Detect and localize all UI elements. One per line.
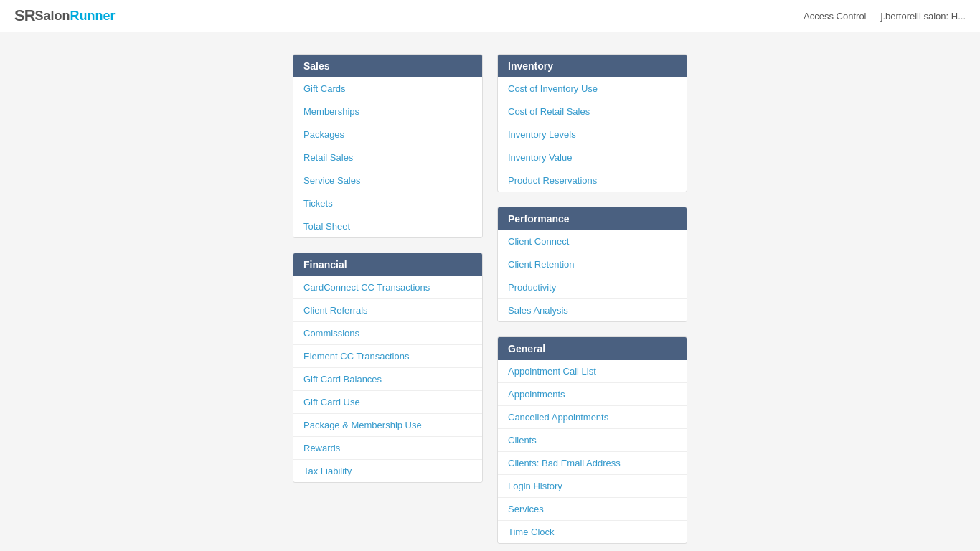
sales-body: Gift Cards Memberships Packages Retail S… — [293, 77, 482, 237]
access-control-link[interactable]: Access Control — [804, 11, 866, 22]
logo-runner-text: Runner — [70, 9, 116, 24]
financial-cardconnect[interactable]: CardConnect CC Transactions — [293, 276, 482, 299]
general-time-clock[interactable]: Time Clock — [498, 521, 687, 543]
financial-client-referrals[interactable]: Client Referrals — [293, 299, 482, 322]
sales-retail-sales[interactable]: Retail Sales — [293, 146, 482, 169]
sales-tickets[interactable]: Tickets — [293, 192, 482, 215]
inventory-body: Cost of Inventory Use Cost of Retail Sal… — [498, 77, 687, 192]
financial-tax-liability[interactable]: Tax Liability — [293, 460, 482, 482]
sales-gift-cards[interactable]: Gift Cards — [293, 77, 482, 100]
logo: SR Salon Runner — [14, 6, 116, 25]
performance-client-connect[interactable]: Client Connect — [498, 230, 687, 253]
inventory-cost-of-inventory[interactable]: Cost of Inventory Use — [498, 77, 687, 100]
financial-rewards[interactable]: Rewards — [293, 437, 482, 460]
financial-gift-card-balances[interactable]: Gift Card Balances — [293, 368, 482, 391]
inventory-product-reservations[interactable]: Product Reservations — [498, 169, 687, 192]
financial-body: CardConnect CC Transactions Client Refer… — [293, 276, 482, 482]
sales-card: Sales Gift Cards Memberships Packages Re… — [293, 54, 483, 238]
financial-element-cc[interactable]: Element CC Transactions — [293, 345, 482, 368]
performance-client-retention[interactable]: Client Retention — [498, 253, 687, 276]
general-clients[interactable]: Clients — [498, 429, 687, 452]
header-right: Access Control j.bertorelli salon: H... — [804, 11, 966, 22]
sales-packages[interactable]: Packages — [293, 123, 482, 146]
reports-layout: Sales Gift Cards Memberships Packages Re… — [293, 54, 687, 544]
left-column: Sales Gift Cards Memberships Packages Re… — [293, 54, 483, 483]
financial-package-membership[interactable]: Package & Membership Use — [293, 414, 482, 437]
inventory-value[interactable]: Inventory Value — [498, 146, 687, 169]
general-header: General — [498, 337, 687, 360]
financial-card: Financial CardConnect CC Transactions Cl… — [293, 253, 483, 483]
general-appointment-call-list[interactable]: Appointment Call List — [498, 360, 687, 383]
inventory-cost-of-retail[interactable]: Cost of Retail Sales — [498, 100, 687, 123]
sales-memberships[interactable]: Memberships — [293, 100, 482, 123]
inventory-card: Inventory Cost of Inventory Use Cost of … — [497, 54, 687, 192]
general-card: General Appointment Call List Appointmen… — [497, 336, 687, 544]
main-content: Sales Gift Cards Memberships Packages Re… — [0, 32, 980, 551]
general-cancelled-appointments[interactable]: Cancelled Appointments — [498, 406, 687, 429]
logo-sr-text: SR — [14, 6, 35, 25]
financial-commissions[interactable]: Commissions — [293, 322, 482, 345]
header: SR Salon Runner Access Control j.bertore… — [0, 0, 980, 32]
general-services[interactable]: Services — [498, 498, 687, 521]
logo-salon-text: Salon — [35, 9, 70, 24]
sales-header: Sales — [293, 55, 482, 77]
performance-header: Performance — [498, 207, 687, 230]
inventory-levels[interactable]: Inventory Levels — [498, 123, 687, 146]
sales-service-sales[interactable]: Service Sales — [293, 169, 482, 192]
general-appointments[interactable]: Appointments — [498, 383, 687, 406]
user-info: j.bertorelli salon: H... — [881, 11, 966, 22]
right-column: Inventory Cost of Inventory Use Cost of … — [497, 54, 687, 544]
performance-card: Performance Client Connect Client Retent… — [497, 207, 687, 322]
general-login-history[interactable]: Login History — [498, 475, 687, 498]
performance-sales-analysis[interactable]: Sales Analysis — [498, 299, 687, 321]
financial-gift-card-use[interactable]: Gift Card Use — [293, 391, 482, 414]
inventory-header: Inventory — [498, 55, 687, 77]
performance-body: Client Connect Client Retention Producti… — [498, 230, 687, 321]
performance-productivity[interactable]: Productivity — [498, 276, 687, 299]
general-body: Appointment Call List Appointments Cance… — [498, 360, 687, 543]
financial-header: Financial — [293, 253, 482, 276]
sales-total-sheet[interactable]: Total Sheet — [293, 215, 482, 237]
general-clients-bad-email[interactable]: Clients: Bad Email Address — [498, 452, 687, 475]
